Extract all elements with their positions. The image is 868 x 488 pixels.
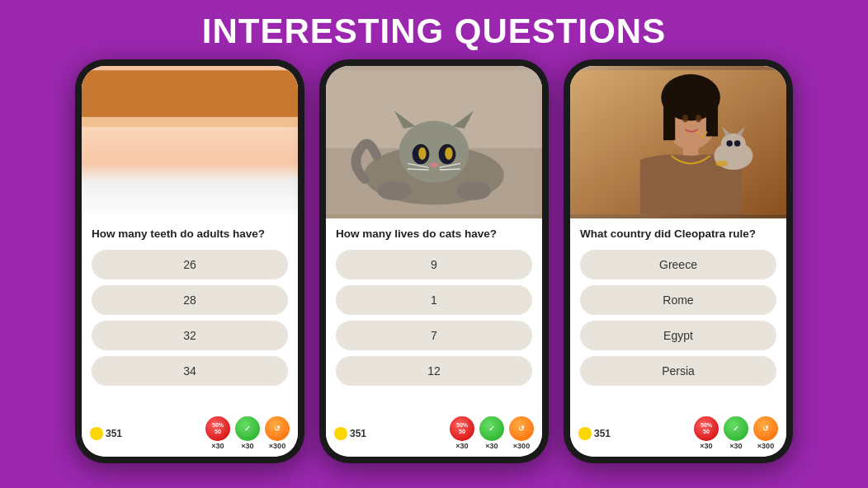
badge-orange-label-2: ×300 <box>513 442 530 450</box>
badge-red-2: 50%50 ×30 <box>450 416 474 450</box>
badge-orange-label-1: ×300 <box>269 442 285 450</box>
phone-2-answer-2[interactable]: 1 <box>336 285 532 315</box>
phone-3-image <box>570 66 786 218</box>
coin-icon-3 <box>578 427 592 440</box>
phone-2-question: How many lives do cats have? <box>336 227 532 242</box>
badge-red-label-2: ×30 <box>455 442 468 450</box>
phone-3: What country did Cleopatra rule? Greece … <box>564 59 793 463</box>
badge-orange-label-3: ×300 <box>757 442 774 450</box>
badge-green-3: ✓ ×30 <box>724 416 748 450</box>
badge-red-label-1: ×30 <box>211 442 224 450</box>
svg-point-44 <box>701 135 704 138</box>
phone-1-question: How many teeth do adults have? <box>92 227 288 242</box>
phone-1-inner: How many teeth do adults have? 26 28 32 … <box>82 66 298 457</box>
badge-green-circle-3: ✓ <box>724 416 748 441</box>
badge-orange-2: ↺ ×300 <box>509 416 534 450</box>
phone-1-answer-1[interactable]: 26 <box>92 250 288 279</box>
phone-2-answers: 9 1 7 12 <box>336 250 532 405</box>
phone-1-footer: 351 50%50 ×30 ✓ ×30 ↺ ×300 <box>82 411 298 457</box>
badge-green-label-2: ×30 <box>485 442 498 450</box>
phone-3-footer: 351 50%50 ×30 ✓ ×30 ↺ ×300 <box>570 411 786 457</box>
badge-red-1: 50%50 ×30 <box>205 416 230 450</box>
phone-1-answer-4[interactable]: 34 <box>92 356 288 386</box>
badge-red-3: 50%50 ×30 <box>694 416 719 450</box>
phone-1: How many teeth do adults have? 26 28 32 … <box>75 59 304 463</box>
phone-2-answer-3[interactable]: 7 <box>336 321 532 350</box>
phone-3-question: What country did Cleopatra rule? <box>580 227 776 242</box>
svg-point-19 <box>418 148 426 160</box>
badge-green-circle-1: ✓ <box>235 416 260 441</box>
phone-1-content: How many teeth do adults have? 26 28 32 … <box>82 218 298 411</box>
phone-2: How many lives do cats have? 9 1 7 12 35… <box>319 59 549 463</box>
badge-red-circle-1: 50%50 <box>205 416 230 441</box>
coin-icon-2 <box>334 427 347 440</box>
svg-rect-3 <box>144 163 235 186</box>
phone-1-image <box>82 66 298 218</box>
phone-2-answer-4[interactable]: 12 <box>336 356 532 386</box>
svg-rect-32 <box>663 94 675 141</box>
svg-point-41 <box>682 115 689 122</box>
svg-point-40 <box>734 140 741 147</box>
svg-point-26 <box>377 181 411 200</box>
svg-point-43 <box>715 161 728 167</box>
phone-1-answer-3[interactable]: 32 <box>92 321 288 350</box>
svg-rect-33 <box>706 94 718 137</box>
phone-1-score: 351 <box>90 427 122 440</box>
badge-orange-circle-3: ↺ <box>753 416 778 441</box>
score-text-3: 351 <box>594 428 611 439</box>
phone-2-score: 351 <box>334 427 366 440</box>
svg-point-1 <box>88 133 290 218</box>
svg-point-14 <box>399 121 469 183</box>
svg-point-39 <box>726 140 733 147</box>
phone-3-answers: Greece Rome Egypt Persia <box>580 250 776 405</box>
phone-3-answer-2[interactable]: Rome <box>580 285 776 315</box>
svg-line-25 <box>440 169 460 170</box>
score-text-1: 351 <box>106 428 122 439</box>
svg-point-45 <box>705 131 708 134</box>
badge-red-label-3: ×30 <box>700 442 712 450</box>
phone-2-footer: 351 50%50 ×30 ✓ ×30 ↺ ×300 <box>326 411 542 457</box>
phone-2-image <box>326 66 542 218</box>
svg-point-20 <box>445 148 452 160</box>
badge-orange-1: ↺ ×300 <box>265 416 290 450</box>
page-title: INTERESTING QUESTIONS <box>202 12 666 51</box>
badge-orange-3: ↺ ×300 <box>753 416 778 450</box>
phone-2-inner: How many lives do cats have? 9 1 7 12 35… <box>326 66 542 457</box>
svg-point-42 <box>696 115 702 122</box>
phone-3-inner: What country did Cleopatra rule? Greece … <box>570 66 786 457</box>
phone-2-content: How many lives do cats have? 9 1 7 12 <box>326 218 542 411</box>
svg-line-23 <box>408 169 428 170</box>
badge-red-circle-2: 50%50 <box>450 416 474 441</box>
phone-3-answer-1[interactable]: Greece <box>580 250 776 279</box>
coin-icon-1 <box>90 427 103 440</box>
badge-green-circle-2: ✓ <box>479 416 504 441</box>
badge-green-label-3: ×30 <box>729 442 742 450</box>
phone-3-answer-4[interactable]: Persia <box>580 356 776 386</box>
badge-green-2: ✓ ×30 <box>479 416 504 450</box>
phone-2-answer-1[interactable]: 9 <box>336 250 532 279</box>
badge-green-label-1: ×30 <box>241 442 253 450</box>
badge-red-circle-3: 50%50 <box>694 416 719 441</box>
svg-point-2 <box>131 148 248 195</box>
phone-3-answer-3[interactable]: Egypt <box>580 321 776 350</box>
svg-rect-10 <box>129 203 253 218</box>
svg-point-46 <box>697 131 700 134</box>
phone-3-content: What country did Cleopatra rule? Greece … <box>570 218 786 411</box>
badge-orange-circle-1: ↺ <box>265 416 290 441</box>
badge-green-1: ✓ ×30 <box>235 416 260 450</box>
phone-1-answers: 26 28 32 34 <box>92 250 288 405</box>
svg-point-36 <box>721 134 746 155</box>
svg-rect-9 <box>82 70 298 117</box>
score-text-2: 351 <box>350 428 366 439</box>
phones-container: How many teeth do adults have? 26 28 32 … <box>75 59 793 488</box>
svg-point-27 <box>456 181 490 200</box>
svg-point-21 <box>430 162 437 167</box>
phone-1-answer-2[interactable]: 28 <box>92 285 288 315</box>
phone-3-score: 351 <box>578 427 611 440</box>
badge-orange-circle-2: ↺ <box>509 416 534 441</box>
